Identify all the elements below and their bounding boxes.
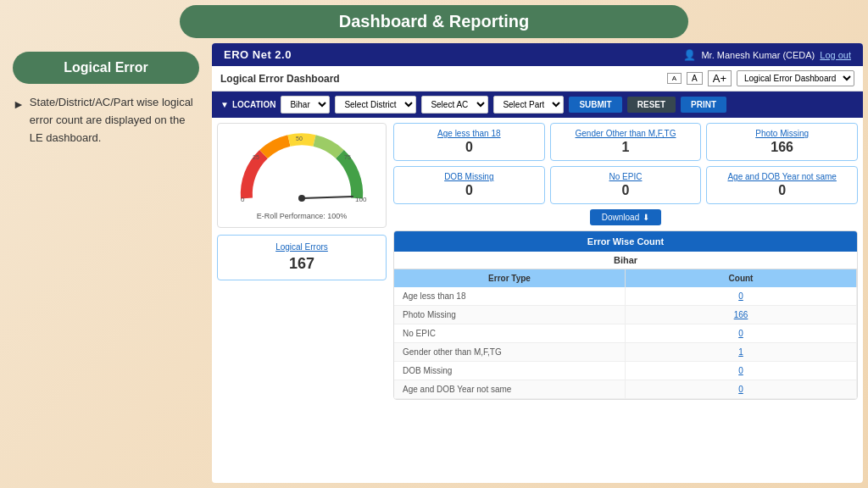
error-type-cell: Age and DOB Year not same (394, 380, 626, 398)
stat-card-value-3: 0 (403, 183, 536, 198)
table-col-header: Error Type Count (394, 269, 857, 287)
table-row: Age less than 18 0 (394, 287, 857, 306)
svg-text:100: 100 (355, 196, 367, 203)
logout-button[interactable]: Log out (820, 50, 851, 60)
stat-card-value-0: 0 (403, 140, 536, 155)
download-row: Download ⬇ (393, 209, 858, 225)
header-controls: A A A+ Logical Error Dashboard (667, 70, 854, 86)
table-rows: Age less than 18 0 Photo Missing 166 No … (394, 287, 857, 399)
print-button[interactable]: PRINT (681, 97, 726, 113)
left-sidebar: Logical Error ► State/District/AC/Part w… (0, 43, 212, 488)
error-type-cell: DOB Missing (394, 362, 626, 380)
app-title: ERO Net 2.0 (224, 48, 292, 61)
error-type-cell: Age less than 18 (394, 287, 626, 305)
download-button[interactable]: Download ⬇ (590, 209, 661, 225)
table-row: Gender other than M,F,TG 1 (394, 343, 857, 362)
stat-card-title-2[interactable]: Photo Missing (715, 129, 849, 138)
svg-point-1 (298, 195, 305, 202)
svg-line-0 (302, 197, 353, 198)
ac-select[interactable]: Select AC (421, 96, 488, 114)
count-cell[interactable]: 0 (626, 380, 857, 398)
stat-card-value-2: 166 (715, 140, 849, 155)
district-select[interactable]: Select District (335, 96, 416, 114)
filter-bar: ▼ LOCATION Bihar Select District Select … (212, 92, 863, 118)
error-table-container: Error Wise Count Bihar Error Type Count … (393, 230, 858, 400)
gauge-label: E-Roll Performance: 100% (225, 212, 379, 220)
svg-text:75: 75 (344, 154, 351, 160)
logical-error-badge: Logical Error (13, 52, 199, 84)
content-body: 0 100 25 75 50 E-Roll Performance: 100% … (212, 118, 863, 483)
stat-card-2: Photo Missing 166 (706, 123, 858, 161)
svg-text:0: 0 (241, 196, 245, 203)
part-select[interactable]: Select Part (493, 96, 564, 114)
stat-card-title-4[interactable]: No EPIC (559, 172, 693, 181)
dashboard-banner: Dashboard & Reporting (180, 5, 688, 38)
col-count: Count (626, 269, 857, 287)
download-icon: ⬇ (643, 213, 649, 222)
table-row: No EPIC 0 (394, 324, 857, 343)
app-header: ERO Net 2.0 👤 Mr. Manesh Kumar (CEDA) Lo… (212, 43, 863, 66)
reset-button[interactable]: RESET (627, 97, 676, 113)
stat-card-4: No EPIC 0 (550, 166, 702, 204)
logical-errors-title[interactable]: Logical Errors (225, 242, 379, 252)
table-sub-header: Bihar (394, 252, 857, 269)
bullet-arrow: ► (13, 95, 25, 147)
stat-card-value-4: 0 (559, 183, 693, 198)
col-error-type: Error Type (394, 269, 626, 287)
count-cell[interactable]: 166 (626, 306, 857, 324)
state-select[interactable]: Bihar (281, 96, 330, 114)
error-type-cell: Photo Missing (394, 306, 626, 324)
stat-card-title-3[interactable]: DOB Missing (403, 172, 536, 181)
gauge-svg: 0 100 25 75 50 (234, 130, 370, 207)
user-name: Mr. Manesh Kumar (CEDA) (701, 50, 815, 60)
count-cell[interactable]: 0 (626, 362, 857, 380)
table-header: Error Wise Count (394, 231, 857, 252)
dashboard-header: Logical Error Dashboard A A A+ Logical E… (212, 66, 863, 92)
stat-cards: Age less than 18 0 Gender Other than M,F… (393, 123, 858, 204)
stat-card-title-0[interactable]: Age less than 18 (403, 129, 536, 138)
dashboard-title: Logical Error Dashboard (220, 73, 340, 85)
stat-card-value-1: 1 (559, 140, 693, 155)
count-cell[interactable]: 0 (626, 287, 857, 305)
banner-title: Dashboard & Reporting (339, 12, 529, 30)
svg-text:50: 50 (296, 136, 303, 141)
font-medium-button[interactable]: A (687, 72, 703, 85)
count-cell[interactable]: 1 (626, 343, 857, 361)
count-cell[interactable]: 0 (626, 324, 857, 342)
location-label: ▼ LOCATION (220, 100, 275, 109)
error-type-cell: No EPIC (394, 324, 626, 342)
stat-card-title-5[interactable]: Age and DOB Year not same (715, 172, 849, 181)
submit-button[interactable]: SUBMIT (569, 97, 621, 113)
stat-card-value-5: 0 (715, 183, 849, 198)
stat-card-3: DOB Missing 0 (393, 166, 545, 204)
svg-text:25: 25 (253, 154, 259, 160)
stat-card-1: Gender Other than M,F,TG 1 (550, 123, 702, 161)
error-type-cell: Gender other than M,F,TG (394, 343, 626, 361)
gauge-container: 0 100 25 75 50 E-Roll Performance: 100% (217, 123, 387, 228)
stats-panel: Age less than 18 0 Gender Other than M,F… (393, 123, 858, 478)
filter-icon: ▼ (220, 100, 229, 109)
right-content: ERO Net 2.0 👤 Mr. Manesh Kumar (CEDA) Lo… (212, 43, 863, 483)
stat-card-title-1[interactable]: Gender Other than M,F,TG (559, 129, 693, 138)
table-row: Photo Missing 166 (394, 306, 857, 324)
dashboard-dropdown[interactable]: Logical Error Dashboard (737, 70, 854, 86)
font-large-button[interactable]: A+ (708, 70, 732, 86)
stat-card-5: Age and DOB Year not same 0 (706, 166, 858, 204)
logical-errors-box: Logical Errors 167 (217, 235, 387, 280)
user-info: 👤 Mr. Manesh Kumar (CEDA) Log out (683, 49, 851, 61)
sidebar-description: ► State/District/AC/Part wise logical er… (13, 94, 199, 147)
table-row: Age and DOB Year not same 0 (394, 380, 857, 399)
stat-card-0: Age less than 18 0 (393, 123, 545, 161)
logical-errors-count: 167 (225, 255, 379, 273)
gauge-panel: 0 100 25 75 50 E-Roll Performance: 100% … (217, 123, 387, 478)
user-icon: 👤 (683, 49, 696, 61)
font-small-button[interactable]: A (667, 73, 682, 84)
table-row: DOB Missing 0 (394, 362, 857, 380)
